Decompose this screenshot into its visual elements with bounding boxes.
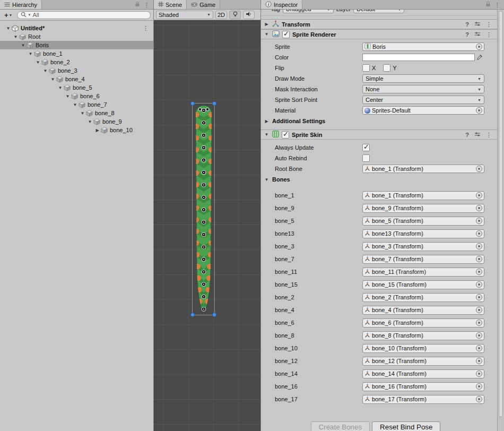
object-picker-icon[interactable] <box>476 256 482 262</box>
object-picker-icon[interactable] <box>476 396 482 402</box>
bone-object-field[interactable]: bone13 (Transform) <box>362 229 484 238</box>
foldout-open-icon[interactable]: ▼ <box>86 119 93 124</box>
sprite-object-field[interactable]: Boris <box>362 42 484 51</box>
selection-handle-bottom-left[interactable] <box>190 313 195 317</box>
hierarchy-item-bone_5[interactable]: ▼bone_5 <box>0 83 153 92</box>
bone-object-field[interactable]: bone_16 (Transform) <box>362 382 484 391</box>
bone-object-field[interactable]: bone_4 (Transform) <box>362 306 484 315</box>
object-picker-icon[interactable] <box>476 345 482 351</box>
lock-icon[interactable] <box>485 1 491 8</box>
object-picker-icon[interactable] <box>476 358 482 364</box>
foldout-open-icon[interactable]: ▼ <box>72 102 79 107</box>
hierarchy-item-Boris[interactable]: ▼Boris <box>0 41 153 49</box>
help-icon[interactable]: ? <box>465 31 469 38</box>
create-bones-button[interactable]: Create Bones <box>311 421 370 431</box>
sprite-renderer-enabled-checkbox[interactable] <box>282 31 290 38</box>
kebab-menu-icon[interactable]: ⋮ <box>486 32 492 37</box>
foldout-open-icon[interactable]: ▼ <box>64 94 71 99</box>
hierarchy-item-bone_6[interactable]: ▼bone_6 <box>0 92 153 100</box>
create-object-button[interactable]: + ▼ <box>3 11 14 19</box>
bone-object-field[interactable]: bone_6 (Transform) <box>362 318 484 327</box>
help-icon[interactable]: ? <box>465 132 469 138</box>
object-picker-icon[interactable] <box>476 370 482 377</box>
foldout-open-icon[interactable]: ▼ <box>49 77 56 82</box>
flip-y-checkbox[interactable] <box>383 64 390 72</box>
object-picker-icon[interactable] <box>476 294 482 300</box>
foldout-open-icon[interactable]: ▼ <box>27 51 34 56</box>
object-picker-icon[interactable] <box>476 107 482 114</box>
sprite-skin-enabled-checkbox[interactable] <box>282 131 289 139</box>
tab-hierarchy[interactable]: Hierarchy <box>0 0 42 9</box>
kebab-menu-icon[interactable]: ⋮ <box>144 2 150 7</box>
object-picker-icon[interactable] <box>476 243 482 249</box>
color-swatch[interactable] <box>362 54 475 61</box>
object-picker-icon[interactable] <box>476 218 482 224</box>
tab-game[interactable]: Game <box>187 0 220 9</box>
draw-mode-dropdown[interactable]: Simple ▼ <box>362 74 484 83</box>
presets-icon[interactable] <box>474 31 481 38</box>
object-picker-icon[interactable] <box>476 230 482 237</box>
object-picker-icon[interactable] <box>476 192 482 199</box>
bone-object-field[interactable]: bone_10 (Transform) <box>362 344 484 353</box>
hierarchy-item-bone_8[interactable]: ▼bone_8 <box>0 109 153 117</box>
object-picker-icon[interactable] <box>476 205 482 211</box>
bone-object-field[interactable]: bone_5 (Transform) <box>362 217 484 226</box>
lock-icon[interactable] <box>135 1 140 8</box>
object-picker-icon[interactable] <box>476 269 482 275</box>
selection-handle-top-right[interactable] <box>212 101 216 106</box>
auto-rebind-checkbox[interactable] <box>362 154 370 162</box>
kebab-menu-icon[interactable]: ⋮ <box>486 22 492 27</box>
scene-viewport[interactable] <box>154 20 260 431</box>
always-update-checkbox[interactable] <box>362 144 370 151</box>
tab-scene[interactable]: Scene <box>154 0 187 9</box>
transform-component-header[interactable]: ▶ Transform ? ⋮ <box>261 19 497 29</box>
object-picker-icon[interactable] <box>476 44 482 50</box>
object-picker-icon[interactable] <box>476 281 482 288</box>
foldout-open-icon[interactable]: ▼ <box>20 43 27 48</box>
bone-object-field[interactable]: bone_17 (Transform) <box>362 395 484 404</box>
selection-handle-bottom-right[interactable] <box>212 313 216 317</box>
scene-audio-button[interactable] <box>243 11 255 19</box>
bone-object-field[interactable]: bone_12 (Transform) <box>362 357 484 366</box>
flip-x-checkbox[interactable] <box>362 64 370 72</box>
foldout-open-icon[interactable]: ▼ <box>57 85 64 90</box>
hierarchy-item-bone_4[interactable]: ▼bone_4 <box>0 75 153 83</box>
hierarchy-item-bone_7[interactable]: ▼bone_7 <box>0 100 153 109</box>
bone-object-field[interactable]: bone_7 (Transform) <box>362 255 484 264</box>
tab-inspector[interactable]: i Inspector <box>261 0 302 9</box>
hierarchy-search-input[interactable]: ▼ All <box>17 11 151 19</box>
presets-icon[interactable] <box>474 21 481 28</box>
selection-handle-top-left[interactable] <box>190 101 195 106</box>
material-object-field[interactable]: Sprites-Default <box>362 106 484 115</box>
hierarchy-item-bone_3[interactable]: ▼bone_3 <box>0 66 153 75</box>
bone-object-field[interactable]: bone_14 (Transform) <box>362 369 484 378</box>
hierarchy-item-bone_10[interactable]: ▶bone_10 <box>0 126 153 134</box>
root-bone-object-field[interactable]: bone_1 (Transform) <box>362 165 484 173</box>
bone-object-field[interactable]: bone_15 (Transform) <box>362 280 484 289</box>
bones-foldout[interactable]: ▼ Bones <box>261 174 497 185</box>
bone-object-field[interactable]: bone_2 (Transform) <box>362 293 484 302</box>
inspector-scrollbar[interactable] <box>497 10 504 431</box>
eyedropper-icon[interactable] <box>475 54 484 61</box>
sprite-skin-component-header[interactable]: ▼ Sprite Skin ? ⋮ <box>261 130 497 140</box>
hierarchy-item-Untitled-[interactable]: ▼Untitled*⋮ <box>0 24 153 32</box>
kebab-menu-icon[interactable]: ⋮ <box>494 2 500 7</box>
sprite-renderer-component-header[interactable]: ▼ Sprite Renderer ? ⋮ <box>261 29 497 39</box>
bone-object-field[interactable]: bone_8 (Transform) <box>362 331 484 340</box>
layer-dropdown[interactable]: Default ▼ <box>353 10 404 13</box>
foldout-open-icon[interactable]: ▼ <box>42 68 49 73</box>
additional-settings-foldout[interactable]: ▶ Additional Settings <box>261 116 497 126</box>
mask-interaction-dropdown[interactable]: None ▼ <box>362 85 484 93</box>
kebab-menu-icon[interactable]: ⋮ <box>143 25 153 31</box>
bone-object-field[interactable]: bone_9 (Transform) <box>362 204 484 213</box>
object-picker-icon[interactable] <box>476 332 482 339</box>
scrollbar-thumb[interactable] <box>499 11 503 417</box>
kebab-menu-icon[interactable]: ⋮ <box>486 132 492 137</box>
shading-mode-dropdown[interactable]: Shaded ▼ <box>156 11 213 19</box>
hierarchy-item-bone_9[interactable]: ▼bone_9 <box>0 117 153 126</box>
reset-bind-pose-button[interactable]: Reset Bind Pose <box>372 421 440 431</box>
bone-object-field[interactable]: bone_1 (Transform) <box>362 191 484 200</box>
foldout-closed-icon[interactable]: ▶ <box>264 22 270 27</box>
hierarchy-item-bone_1[interactable]: ▼bone_1 <box>0 49 153 58</box>
foldout-open-icon[interactable]: ▼ <box>5 26 12 31</box>
